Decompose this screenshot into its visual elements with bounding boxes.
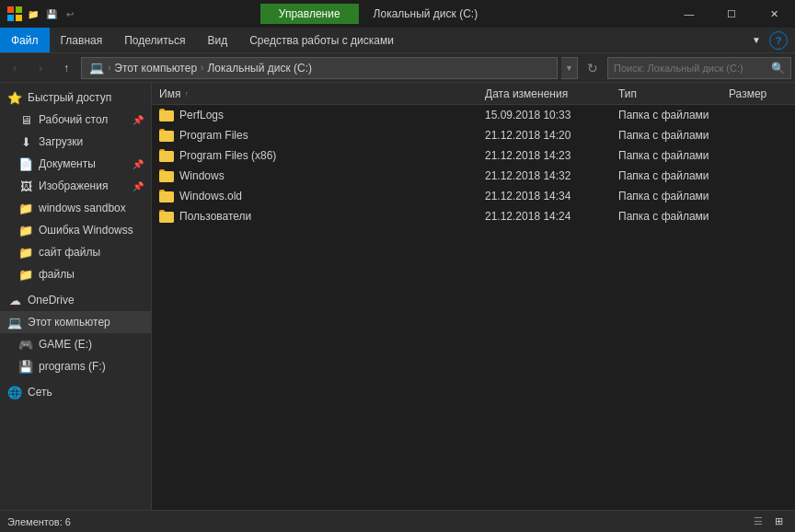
folder-icon-windows [159, 169, 174, 182]
file-row-windows[interactable]: Windows 21.12.2018 14:32 Папка с файлами [152, 166, 795, 186]
file-date-perflogs: 15.09.2018 10:33 [478, 109, 611, 121]
col-header-date[interactable]: Дата изменения [478, 87, 611, 100]
sidebar-images-label: Изображения [39, 179, 127, 192]
path-dropdown-button[interactable]: ▼ [561, 57, 578, 79]
refresh-button[interactable]: ↻ [582, 57, 604, 79]
sidebar-item-this-pc[interactable]: 💻 Этот компьютер [0, 311, 151, 333]
svg-rect-1 [16, 6, 22, 13]
star-icon: ⭐ [7, 90, 22, 105]
view-list-button[interactable]: ☰ [749, 513, 767, 531]
sidebar-item-game-e[interactable]: 🎮 GAME (E:) [0, 333, 151, 355]
svg-rect-0 [7, 6, 14, 13]
game-drive-icon: 🎮 [18, 337, 33, 352]
menu-item-file[interactable]: Файл [0, 28, 50, 52]
file-row-program-files-x86[interactable]: Program Files (x86) 21.12.2018 14:23 Пап… [152, 145, 795, 166]
sidebar-item-images[interactable]: 🖼 Изображения 📌 [0, 175, 151, 197]
path-icon: 💻 [89, 61, 104, 75]
file-date-program-files-x86: 21.12.2018 14:23 [478, 149, 611, 162]
up-button[interactable]: ↑ [55, 57, 77, 79]
title-controls: — ☐ ✕ [668, 0, 795, 28]
search-input[interactable] [614, 63, 767, 74]
path-segment-computer: Этот компьютер [114, 62, 197, 75]
pin-icon-images: 📌 [132, 181, 144, 191]
save-icon[interactable]: 💾 [44, 6, 59, 21]
file-list: Имя ↑ Дата изменения Тип Размер [152, 83, 795, 510]
status-count: Элементов: 6 [7, 516, 71, 527]
sidebar-item-programs-f[interactable]: 💾 programs (F:) [0, 355, 151, 377]
title-bar-center: Управление Локальный диск (C:) [85, 4, 668, 24]
search-box[interactable]: 🔍 [607, 57, 791, 79]
title-drive: Локальный диск (C:) [359, 7, 493, 20]
folder-icon-program-files [159, 129, 174, 142]
sidebar-item-quick-access[interactable]: ⭐ Быстрый доступ [0, 87, 151, 109]
desktop-icon: 🖥 [18, 112, 33, 127]
file-name-program-files: Program Files [152, 129, 478, 142]
menu-item-home[interactable]: Главная [50, 28, 114, 52]
app-icon [7, 6, 22, 21]
status-bar-right: ☰ ⊞ [749, 513, 788, 531]
file-type-windows: Папка с файлами [611, 169, 721, 182]
forward-button[interactable]: › [29, 57, 52, 79]
file-date-program-files: 21.12.2018 14:20 [478, 129, 611, 142]
undo-icon[interactable]: ↩ [63, 6, 77, 21]
file-name-windows: Windows [152, 169, 478, 182]
col-header-size[interactable]: Размер [721, 87, 795, 100]
downloads-icon: ⬇ [18, 134, 33, 149]
menu-expand-button[interactable]: ▼ [747, 31, 766, 50]
sidebar-item-downloads[interactable]: ⬇ Загрузки [0, 131, 151, 153]
maximize-button[interactable]: ☐ [710, 0, 753, 28]
sidebar-desktop-label: Рабочий стол [39, 113, 127, 126]
minimize-button[interactable]: — [668, 0, 710, 28]
address-path[interactable]: 💻 › Этот компьютер › Локальный диск (C:) [81, 57, 558, 79]
menu-item-share[interactable]: Поделиться [113, 28, 196, 52]
status-bar: Элементов: 6 ☰ ⊞ [0, 510, 795, 532]
back-button[interactable]: ‹ [4, 57, 26, 79]
file-row-users[interactable]: Пользователи 21.12.2018 14:24 Папка с фа… [152, 206, 795, 226]
sidebar-item-error-windows[interactable]: 📁 Ошибка Windowss [0, 219, 151, 241]
path-arrow-2: › [201, 63, 203, 73]
documents-icon: 📄 [18, 156, 33, 171]
menu-bar: Файл Главная Поделиться Вид Средства раб… [0, 28, 795, 53]
sidebar-downloads-label: Загрузки [39, 135, 144, 148]
close-button[interactable]: ✕ [753, 0, 795, 28]
menu-item-disk-tools[interactable]: Средства работы с дисками [238, 28, 405, 52]
sidebar-item-site-files[interactable]: 📁 сайт файлы [0, 241, 151, 263]
menu-bar-right: ▼ ? [747, 31, 795, 50]
col-header-type[interactable]: Тип [611, 87, 721, 100]
folder-icon-error: 📁 [18, 223, 33, 237]
sidebar-files-label: файлы [39, 268, 144, 281]
file-row-windows-old[interactable]: Windows.old 21.12.2018 14:34 Папка с фай… [152, 186, 795, 206]
sort-arrow: ↑ [184, 89, 189, 98]
network-icon: 🌐 [7, 385, 22, 399]
sidebar-item-windows-sandbox[interactable]: 📁 windows sandbox [0, 197, 151, 219]
col-header-name[interactable]: Имя ↑ [152, 87, 478, 100]
sidebar-item-files[interactable]: 📁 файлы [0, 263, 151, 285]
file-date-windows-old: 21.12.2018 14:34 [478, 190, 611, 202]
sidebar-game-e-label: GAME (E:) [39, 338, 144, 351]
title-tab-manage: Управление [260, 4, 359, 24]
help-button[interactable]: ? [769, 31, 788, 50]
menu-item-view[interactable]: Вид [196, 28, 238, 52]
this-pc-icon: 💻 [7, 315, 22, 330]
images-icon: 🖼 [18, 179, 33, 193]
sidebar-quick-access-label: Быстрый доступ [28, 91, 144, 104]
file-date-users: 21.12.2018 14:24 [478, 210, 611, 223]
view-tiles-button[interactable]: ⊞ [769, 513, 788, 531]
sidebar-item-documents[interactable]: 📄 Документы 📌 [0, 153, 151, 175]
sidebar-this-pc-label: Этот компьютер [28, 316, 144, 329]
folder-icon-windows-old [159, 190, 174, 202]
file-type-program-files: Папка с файлами [611, 129, 721, 142]
sidebar-item-desktop[interactable]: 🖥 Рабочий стол 📌 [0, 109, 151, 131]
sidebar-site-files-label: сайт файлы [39, 246, 144, 259]
sidebar-documents-label: Документы [39, 157, 127, 170]
main-content: ⭐ Быстрый доступ 🖥 Рабочий стол 📌 ⬇ Загр… [0, 83, 795, 510]
file-type-program-files-x86: Папка с файлами [611, 149, 721, 162]
programs-drive-icon: 💾 [18, 359, 33, 374]
file-row-perflogs[interactable]: PerfLogs 15.09.2018 10:33 Папка с файлам… [152, 105, 795, 125]
file-row-program-files[interactable]: Program Files 21.12.2018 14:20 Папка с ф… [152, 125, 795, 145]
file-date-windows: 21.12.2018 14:32 [478, 169, 611, 182]
sidebar-item-onedrive[interactable]: ☁ OneDrive [0, 289, 151, 311]
file-name-windows-old: Windows.old [152, 190, 478, 202]
file-type-users: Папка с файлами [611, 210, 721, 223]
sidebar-item-network[interactable]: 🌐 Сеть [0, 381, 151, 403]
